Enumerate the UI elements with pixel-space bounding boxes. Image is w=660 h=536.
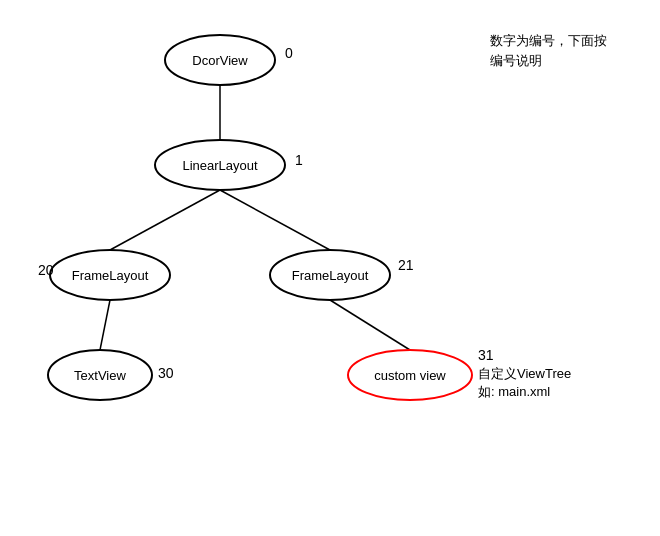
tree-edges — [100, 85, 410, 350]
svg-text:FrameLayout: FrameLayout — [292, 268, 369, 283]
svg-text:20: 20 — [38, 262, 54, 278]
svg-line-3 — [100, 300, 110, 350]
svg-text:30: 30 — [158, 365, 174, 381]
number-labels: 0120213031 — [38, 45, 494, 381]
tree-diagram: DcorViewLinearLayoutFrameLayoutFrameLayo… — [0, 0, 660, 536]
tree-nodes: DcorViewLinearLayoutFrameLayoutFrameLayo… — [48, 35, 472, 400]
svg-line-4 — [330, 300, 410, 350]
svg-text:FrameLayout: FrameLayout — [72, 268, 149, 283]
svg-text:custom view: custom view — [374, 368, 446, 383]
svg-text:自定义ViewTree: 自定义ViewTree — [478, 366, 571, 381]
svg-text:DcorView: DcorView — [192, 53, 248, 68]
svg-text:TextView: TextView — [74, 368, 126, 383]
svg-text:31: 31 — [478, 347, 494, 363]
svg-text:1: 1 — [295, 152, 303, 168]
svg-text:如: main.xml: 如: main.xml — [478, 384, 550, 399]
svg-text:数字为编号，下面按: 数字为编号，下面按 — [490, 33, 607, 48]
svg-text:0: 0 — [285, 45, 293, 61]
svg-text:21: 21 — [398, 257, 414, 273]
svg-line-1 — [110, 190, 220, 250]
svg-text:编号说明: 编号说明 — [490, 53, 542, 68]
annotations: 数字为编号，下面按编号说明自定义ViewTree如: main.xml — [478, 33, 607, 399]
svg-line-2 — [220, 190, 330, 250]
svg-text:LinearLayout: LinearLayout — [182, 158, 258, 173]
